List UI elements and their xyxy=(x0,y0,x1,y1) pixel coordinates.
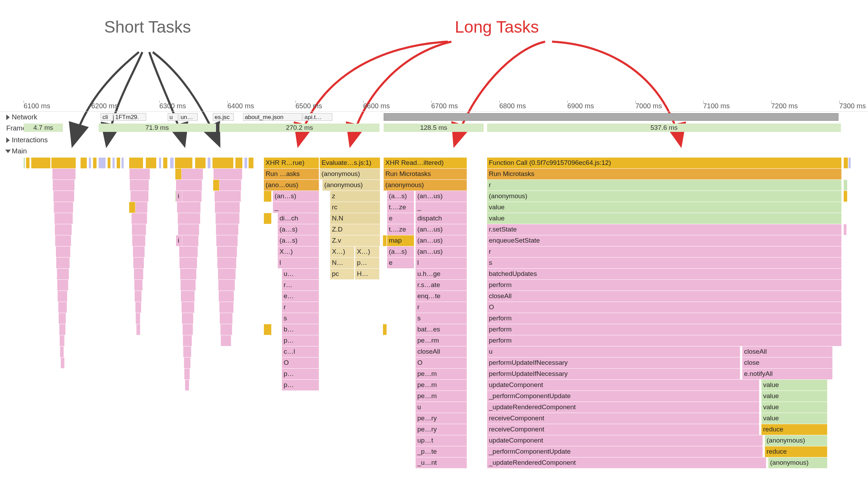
flame-cell[interactable]: (an…s) xyxy=(273,191,319,202)
flame-cell[interactable]: r xyxy=(487,246,842,257)
flame-cell[interactable] xyxy=(182,313,193,324)
flame-cell[interactable]: updateComponent xyxy=(487,435,763,446)
flame-accent[interactable] xyxy=(383,324,387,335)
flame-cell[interactable]: r xyxy=(282,302,319,313)
flame-cell[interactable]: perform xyxy=(487,313,842,324)
flame-cell[interactable]: rc xyxy=(330,202,380,213)
flame-cell[interactable]: N… xyxy=(330,258,354,268)
flame-cell[interactable] xyxy=(59,324,66,335)
network-request[interactable]: un… xyxy=(179,113,198,121)
frame-block[interactable]: 4.7 ms xyxy=(24,124,63,132)
flame-cell[interactable]: Evaluate…s.js:1) xyxy=(320,158,380,168)
flame-cell[interactable]: (an…us) xyxy=(416,246,467,257)
flame-cell[interactable]: u.h…ge xyxy=(416,269,467,279)
flame-cell[interactable] xyxy=(177,202,201,213)
flame-cell[interactable] xyxy=(215,191,241,202)
flame-cell[interactable]: e xyxy=(387,258,414,268)
network-request[interactable]: es.jsc xyxy=(213,113,234,121)
flame-cell[interactable]: XHR Read…iltered) xyxy=(384,158,467,168)
flame-cell[interactable]: _p…te xyxy=(416,446,467,457)
flame-cell[interactable]: perform xyxy=(487,324,842,335)
flame-cell[interactable]: O xyxy=(282,357,319,368)
flame-cell[interactable] xyxy=(219,291,234,302)
flame-cell[interactable]: p… xyxy=(282,335,319,346)
flame-cell[interactable] xyxy=(136,324,140,335)
flame-cell[interactable]: l xyxy=(278,258,319,268)
flame-accent[interactable] xyxy=(264,324,272,335)
flame-cell[interactable]: p… xyxy=(282,380,319,390)
flame-cell[interactable]: enq…te xyxy=(416,291,467,302)
flame-cell[interactable]: c…l xyxy=(282,346,319,357)
flame-cell[interactable] xyxy=(58,291,67,302)
flame-cell[interactable] xyxy=(58,302,67,313)
flame-cell[interactable] xyxy=(134,280,143,291)
flame-cell[interactable]: z xyxy=(330,191,380,202)
flame-cell[interactable] xyxy=(184,357,191,368)
flame-cell[interactable]: value xyxy=(761,402,827,413)
flame-cell[interactable]: _performComponentUpdate xyxy=(487,446,763,457)
flame-cell[interactable] xyxy=(180,258,197,268)
flame-cell[interactable]: di…ch xyxy=(278,213,319,224)
flame-cell[interactable]: perform xyxy=(487,280,842,291)
flame-cell[interactable]: value xyxy=(761,391,827,402)
flame-cell[interactable] xyxy=(214,169,242,179)
flame-cell[interactable] xyxy=(132,235,145,246)
flame-accent[interactable] xyxy=(129,202,135,213)
flame-cell[interactable]: X…) xyxy=(278,246,319,257)
network-request[interactable] xyxy=(384,113,838,121)
flame-cell[interactable] xyxy=(60,335,65,346)
flame-cell[interactable]: _updateRenderedComponent xyxy=(487,457,766,468)
flame-cell[interactable] xyxy=(133,258,144,268)
flame-cell[interactable]: (anonymous) xyxy=(323,180,380,191)
flame-cell[interactable]: s xyxy=(487,258,842,268)
flame-cell[interactable]: _u…nt xyxy=(416,457,467,468)
flame-cell[interactable]: (anonymous) xyxy=(320,169,380,179)
flame-cell[interactable] xyxy=(216,213,240,224)
flame-cell[interactable] xyxy=(216,224,239,235)
flame-cell[interactable] xyxy=(179,246,198,257)
frame-block[interactable]: 537.6 ms xyxy=(487,124,841,132)
interactions-track-label[interactable]: Interactions xyxy=(6,136,64,144)
flame-cell[interactable]: Run Microtasks xyxy=(384,169,467,179)
flame-cell[interactable]: (ano…ous) xyxy=(264,180,319,191)
flame-cell[interactable]: _performComponentUpdate xyxy=(487,391,759,402)
flame-cell[interactable]: reduce xyxy=(761,424,827,435)
flame-accent[interactable] xyxy=(383,235,387,246)
flame-cell[interactable]: (a…s) xyxy=(278,235,319,246)
flame-cell[interactable]: e… xyxy=(282,291,319,302)
flame-cell[interactable]: (a…s) xyxy=(387,246,414,257)
network-request[interactable]: 1FTm29. xyxy=(114,113,146,121)
flame-cell[interactable]: O xyxy=(487,302,842,313)
flame-cell[interactable]: pe…m xyxy=(416,369,467,379)
timeline-ruler[interactable]: 6100 ms6200 ms6300 ms6400 ms6500 ms6600 … xyxy=(0,102,868,112)
flame-cell[interactable]: H… xyxy=(355,269,379,279)
flame-accent[interactable] xyxy=(264,213,272,224)
flame-cell[interactable] xyxy=(220,313,233,324)
flame-cell[interactable] xyxy=(181,291,195,302)
flame-cell[interactable]: p… xyxy=(355,258,379,268)
flame-cell[interactable]: r.setState xyxy=(487,224,842,235)
flame-cell[interactable] xyxy=(183,335,192,346)
flame-cell[interactable] xyxy=(183,324,193,335)
flame-cell[interactable]: close xyxy=(742,357,833,368)
flame-cell[interactable]: u xyxy=(487,346,740,357)
flame-cell[interactable] xyxy=(55,224,72,235)
frames-track[interactable]: 4.7 ms71.9 ms270.2 ms128.5 ms537.6 ms xyxy=(0,124,868,133)
flame-cell[interactable]: updateComponent xyxy=(487,380,759,390)
flame-cell[interactable] xyxy=(217,246,237,257)
flame-cell[interactable]: r.s…ate xyxy=(416,280,467,291)
frame-block[interactable]: 128.5 ms xyxy=(384,124,484,132)
flame-cell[interactable]: p… xyxy=(282,369,319,379)
flame-cell[interactable] xyxy=(136,313,140,324)
flame-cell[interactable]: s xyxy=(416,313,467,324)
flame-cell[interactable]: value xyxy=(761,413,827,424)
flame-cell[interactable] xyxy=(52,169,76,179)
flame-cell[interactable]: closeAll xyxy=(487,291,842,302)
flame-cell[interactable]: l xyxy=(416,258,467,268)
flame-cell[interactable] xyxy=(219,302,234,313)
flame-cell[interactable]: Function Call (0.5f7c99157096ec64.js:12) xyxy=(487,158,842,168)
flame-cell[interactable]: N.N xyxy=(330,213,380,224)
flame-cell[interactable]: (a…s) xyxy=(387,191,414,202)
flame-cell[interactable] xyxy=(134,269,143,279)
flame-cell[interactable] xyxy=(59,313,66,324)
